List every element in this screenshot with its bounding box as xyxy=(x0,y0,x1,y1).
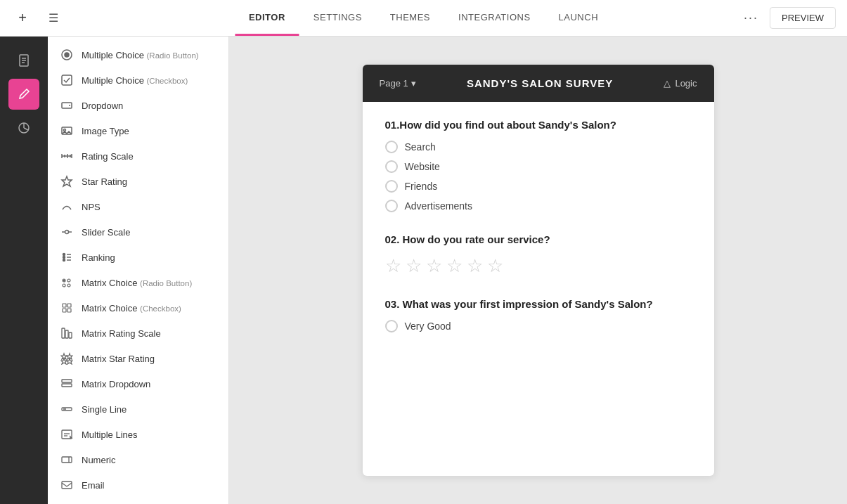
single-line-label: Single Line xyxy=(82,404,127,415)
tab-editor[interactable]: EDITOR xyxy=(235,1,299,36)
star-1[interactable]: ☆ xyxy=(385,255,401,277)
star-icon xyxy=(59,175,75,188)
component-matrix-choice-checkbox[interactable]: Matrix Choice (Checkbox) xyxy=(48,295,228,321)
multiple-lines-icon xyxy=(59,428,75,441)
component-full-name[interactable]: Full Name xyxy=(48,498,228,504)
component-star-rating[interactable]: Star Rating xyxy=(48,169,228,194)
star-5[interactable]: ☆ xyxy=(467,255,483,277)
matrix-star-rating-label: Matrix Star Rating xyxy=(82,354,155,364)
matrix-dropdown-icon xyxy=(59,377,75,390)
component-multiple-choice-checkbox[interactable]: Multiple Choice (Checkbox) xyxy=(48,67,228,93)
svg-point-6 xyxy=(65,53,69,57)
logic-button[interactable]: △ Logic xyxy=(664,78,697,89)
main-layout: Multiple Choice (Radio Button) Multiple … xyxy=(0,37,847,504)
logic-label: Logic xyxy=(675,78,697,89)
single-line-icon xyxy=(59,403,75,415)
tab-themes[interactable]: THEMES xyxy=(376,1,444,36)
content-area: Page 1 ▾ SANDY'S SALON SURVEY △ Logic 01… xyxy=(229,37,847,504)
option-very-good-label: Very Good xyxy=(405,321,451,332)
tab-integrations[interactable]: INTEGRATIONS xyxy=(444,1,545,36)
svg-rect-32 xyxy=(67,304,71,307)
option-search[interactable]: Search xyxy=(385,141,692,153)
component-matrix-dropdown[interactable]: Matrix Dropdown xyxy=(48,371,228,396)
svg-point-21 xyxy=(63,257,65,259)
radio-circle xyxy=(385,200,398,212)
option-friends[interactable]: Friends xyxy=(385,180,692,193)
multiple-lines-label: Multiple Lines xyxy=(82,429,138,440)
component-single-line[interactable]: Single Line xyxy=(48,396,228,422)
question-1: 01.How did you find out about Sandy's Sa… xyxy=(385,119,692,212)
option-website[interactable]: Website xyxy=(385,160,692,173)
component-email[interactable]: Email xyxy=(48,472,228,498)
numeric-icon xyxy=(59,453,75,466)
survey-title: SANDY'S SALON SURVEY xyxy=(467,77,613,89)
question-1-text: 01.How did you find out about Sandy's Sa… xyxy=(385,119,692,131)
star-6[interactable]: ☆ xyxy=(487,255,503,277)
radio-icon xyxy=(59,49,75,61)
nav-right: ··· PREVIEW xyxy=(744,7,836,29)
svg-rect-43 xyxy=(62,384,72,387)
tab-launch[interactable]: LAUNCH xyxy=(545,1,612,36)
matrix-checkbox-icon xyxy=(59,302,75,314)
logic-triangle-icon: △ xyxy=(664,78,671,89)
svg-rect-33 xyxy=(63,309,66,312)
component-nps[interactable]: NPS xyxy=(48,194,228,219)
component-multiple-choice-radio[interactable]: Multiple Choice (Radio Button) xyxy=(48,42,228,67)
matrix-dropdown-label: Matrix Dropdown xyxy=(82,379,150,389)
nav-left: + ☰ xyxy=(11,7,65,30)
menu-button[interactable]: ☰ xyxy=(42,7,65,30)
survey-card: Page 1 ▾ SANDY'S SALON SURVEY △ Logic 01… xyxy=(363,65,714,476)
nps-label: NPS xyxy=(82,202,101,212)
sidebar-btn-document[interactable] xyxy=(8,45,39,76)
page-label: Page 1 xyxy=(380,78,408,89)
option-website-label: Website xyxy=(405,161,440,172)
star-rating-label: Star Rating xyxy=(82,176,127,187)
option-advertisements[interactable]: Advertisements xyxy=(385,200,692,212)
svg-rect-51 xyxy=(62,482,72,489)
component-image-type[interactable]: Image Type xyxy=(48,118,228,143)
option-very-good[interactable]: Very Good xyxy=(385,320,692,332)
svg-point-20 xyxy=(63,254,65,256)
svg-point-29 xyxy=(63,284,65,287)
component-dropdown[interactable]: Dropdown xyxy=(48,93,228,118)
component-matrix-rating-scale[interactable]: Matrix Rating Scale xyxy=(48,321,228,346)
slider-scale-label: Slider Scale xyxy=(82,227,130,238)
question-2-text: 02. How do you rate our service? xyxy=(385,233,692,245)
radio-circle xyxy=(385,160,398,173)
dropdown-icon xyxy=(59,99,75,112)
option-search-label: Search xyxy=(405,141,436,153)
sidebar-btn-edit[interactable] xyxy=(8,79,39,110)
checkbox-icon xyxy=(59,74,75,86)
svg-point-27 xyxy=(63,280,65,281)
component-ranking[interactable]: Ranking xyxy=(48,245,228,270)
svg-rect-7 xyxy=(62,75,72,85)
survey-body: 01.How did you find out about Sandy's Sa… xyxy=(363,102,714,370)
option-ads-label: Advertisements xyxy=(405,200,472,212)
image-icon xyxy=(59,124,75,137)
component-slider-scale[interactable]: Slider Scale xyxy=(48,219,228,245)
rating-scale-label: Rating Scale xyxy=(82,151,134,162)
component-numeric[interactable]: Numeric xyxy=(48,447,228,472)
svg-point-28 xyxy=(67,279,70,282)
component-matrix-star-rating[interactable]: Matrix Star Rating xyxy=(48,346,228,371)
numeric-label: Numeric xyxy=(82,455,115,465)
component-matrix-choice-radio[interactable]: Matrix Choice (Radio Button) xyxy=(48,270,228,295)
star-2[interactable]: ☆ xyxy=(406,255,422,277)
component-rating-scale[interactable]: Rating Scale xyxy=(48,143,228,169)
svg-marker-17 xyxy=(62,176,72,186)
question-3: 03. What was your first impression of Sa… xyxy=(385,298,692,332)
svg-point-19 xyxy=(65,231,69,234)
page-selector[interactable]: Page 1 ▾ xyxy=(380,78,416,89)
question-3-number: 03. xyxy=(385,298,400,310)
add-button[interactable]: + xyxy=(11,7,34,30)
option-friends-label: Friends xyxy=(405,181,438,192)
more-options-button[interactable]: ··· xyxy=(744,11,758,25)
component-multiple-lines[interactable]: Multiple Lines xyxy=(48,422,228,447)
tab-settings[interactable]: SETTINGS xyxy=(299,1,376,36)
preview-button[interactable]: PREVIEW xyxy=(770,7,836,29)
question-2: 02. How do you rate our service? ☆ ☆ ☆ ☆… xyxy=(385,233,692,277)
nps-icon xyxy=(59,200,75,213)
star-3[interactable]: ☆ xyxy=(426,255,442,277)
sidebar-btn-chart[interactable] xyxy=(8,112,39,143)
star-4[interactable]: ☆ xyxy=(446,255,463,277)
